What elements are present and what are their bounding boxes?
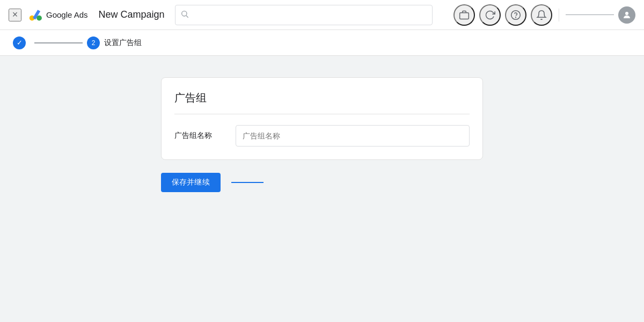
svg-point-6 (511, 10, 521, 19)
svg-point-8 (625, 12, 628, 15)
step2-label: 设置广告组 (104, 38, 142, 48)
svg-point-2 (36, 15, 42, 20)
main-content: 广告组 广告组名称 保存并继续 (0, 56, 644, 214)
avatar[interactable] (618, 6, 635, 24)
search-input[interactable] (175, 5, 433, 25)
section-title: 广告组 (174, 91, 470, 105)
actions-row: 保存并继续 (161, 173, 483, 192)
account-selector[interactable] (566, 14, 614, 15)
step1-circle: ✓ (13, 36, 26, 49)
svg-rect-5 (460, 12, 469, 19)
refresh-button[interactable] (479, 4, 501, 26)
step2-circle: 2 (87, 36, 100, 49)
save-continue-button[interactable]: 保存并继续 (161, 173, 221, 192)
briefcase-button[interactable] (453, 4, 475, 26)
nav-divider (559, 9, 559, 21)
logo-text: Google Ads (46, 10, 88, 19)
svg-point-7 (516, 17, 516, 17)
step2: 2 设置广告组 (87, 36, 142, 49)
stepbar: ✓ 2 设置广告组 (0, 30, 644, 56)
topnav-left: × Google Ads New Campaign (9, 8, 165, 23)
skip-link-underline[interactable] (231, 182, 264, 183)
bell-button[interactable] (531, 4, 552, 26)
close-button[interactable]: × (9, 9, 21, 21)
ad-group-name-input[interactable] (236, 125, 470, 147)
google-ads-logo: Google Ads (28, 8, 88, 23)
topnav-right (453, 4, 635, 26)
section-divider (174, 114, 470, 114)
campaign-title: New Campaign (99, 9, 165, 20)
top-nav: × Google Ads New Campaign (0, 0, 644, 30)
help-button[interactable] (505, 4, 526, 26)
step1: ✓ (13, 36, 87, 49)
google-ads-logo-icon (28, 8, 43, 23)
ad-group-name-row: 广告组名称 (174, 125, 470, 147)
ad-group-card: 广告组 广告组名称 (161, 77, 483, 160)
ad-group-name-label: 广告组名称 (174, 131, 223, 141)
search-bar-container (175, 5, 433, 25)
step1-line (34, 42, 83, 43)
